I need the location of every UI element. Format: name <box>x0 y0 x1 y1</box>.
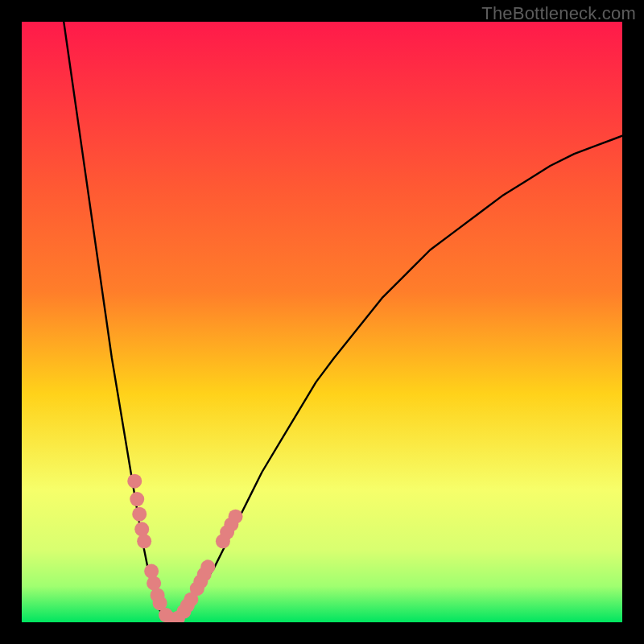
data-marker <box>137 534 151 548</box>
data-marker <box>229 510 243 524</box>
data-marker <box>132 507 147 522</box>
data-marker <box>200 559 215 574</box>
chart-svg <box>22 22 622 622</box>
chart-frame: TheBottleneck.com <box>0 0 644 644</box>
svg-rect-0 <box>22 22 622 622</box>
data-marker <box>130 492 144 506</box>
data-marker <box>144 564 159 579</box>
data-marker <box>127 474 142 489</box>
data-marker <box>134 522 149 536</box>
plot-area <box>22 22 622 622</box>
